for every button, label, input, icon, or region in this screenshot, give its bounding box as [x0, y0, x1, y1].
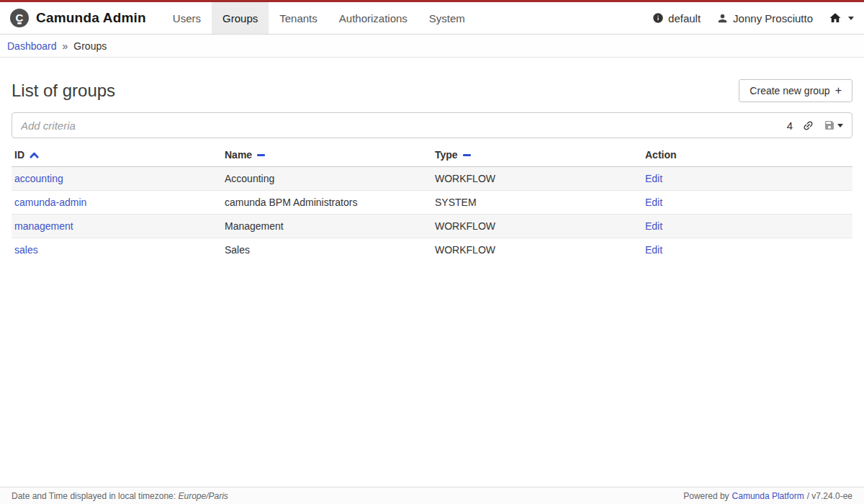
copy-link-button[interactable]: [802, 120, 814, 132]
group-name-cell: Management: [222, 215, 432, 238]
nav-item-authorizations[interactable]: Authorizations: [328, 2, 418, 34]
table-row: accounting Accounting WORKFLOW Edit: [12, 167, 852, 191]
page-header: List of groups Create new group +: [12, 79, 852, 102]
camunda-logo-icon: C: [10, 9, 29, 27]
user-menu[interactable]: Jonny Prosciutto: [716, 12, 813, 24]
main-nav: Users Groups Tenants Authorizations Syst…: [162, 2, 476, 34]
column-label: Action: [645, 149, 677, 161]
search-input[interactable]: [21, 120, 787, 132]
group-name-cell: Accounting: [222, 167, 432, 191]
group-type-cell: WORKFLOW: [432, 215, 642, 238]
group-type-cell: WORKFLOW: [432, 238, 642, 262]
version-info: Powered by Camunda Platform / v7.24.0-ee: [683, 491, 852, 501]
timezone-label: Date and Time displayed in local timezon…: [12, 491, 176, 501]
breadcrumb-dashboard-link[interactable]: Dashboard: [7, 40, 57, 52]
chevron-down-icon: [837, 124, 843, 127]
group-type-cell: WORKFLOW: [432, 167, 642, 191]
chevron-down-icon: [848, 17, 854, 20]
top-navbar: C Camunda Admin Users Groups Tenants Aut…: [0, 2, 864, 35]
column-header-id[interactable]: ID: [12, 144, 222, 167]
result-count: 4: [787, 120, 793, 132]
breadcrumb: Dashboard » Groups: [0, 35, 864, 58]
column-label: Name: [225, 149, 252, 161]
table-row: management Management WORKFLOW Edit: [12, 215, 852, 238]
save-search-button[interactable]: [824, 120, 843, 131]
table-header-row: ID Name Ty: [12, 144, 852, 167]
timezone-info: Date and Time displayed in local timezon…: [12, 491, 228, 501]
camunda-platform-link[interactable]: Camunda Platform: [732, 491, 804, 501]
edit-group-link[interactable]: Edit: [645, 197, 662, 208]
app-title: Camunda Admin: [36, 10, 146, 26]
table-row: sales Sales WORKFLOW Edit: [12, 238, 852, 262]
page-title: List of groups: [12, 81, 115, 101]
column-label: ID: [14, 149, 24, 161]
groups-table: ID Name Ty: [12, 144, 852, 261]
powered-by-label: Powered by: [683, 491, 729, 501]
nav-item-groups[interactable]: Groups: [212, 2, 269, 34]
group-name-cell: Sales: [222, 238, 432, 262]
engine-selector[interactable]: default: [652, 12, 701, 24]
sort-ascending-icon[interactable]: [30, 151, 39, 158]
app-switcher[interactable]: [829, 12, 854, 24]
group-id-link[interactable]: camunda-admin: [14, 197, 86, 208]
column-header-type[interactable]: Type: [432, 144, 642, 167]
group-id-link[interactable]: management: [14, 220, 73, 232]
breadcrumb-current: Groups: [73, 40, 107, 52]
sort-none-icon[interactable]: [463, 154, 471, 156]
save-icon: [824, 120, 835, 131]
link-icon: [802, 120, 814, 132]
group-id-link[interactable]: accounting: [14, 173, 63, 184]
group-type-cell: SYSTEM: [432, 191, 642, 215]
info-icon: [652, 12, 664, 24]
search-criteria-bar: 4: [12, 112, 852, 138]
edit-group-link[interactable]: Edit: [645, 244, 662, 256]
navbar-right: default Jonny Prosciutto: [652, 2, 854, 34]
footer: Date and Time displayed in local timezon…: [0, 487, 864, 504]
group-name-cell: camunda BPM Administrators: [222, 191, 432, 215]
user-name: Jonny Prosciutto: [733, 12, 813, 24]
engine-name: default: [668, 12, 701, 24]
edit-group-link[interactable]: Edit: [645, 173, 662, 184]
create-new-group-button[interactable]: Create new group +: [739, 79, 852, 102]
svg-text:C: C: [16, 12, 24, 24]
breadcrumb-separator: »: [63, 40, 68, 52]
plus-icon: +: [835, 86, 842, 95]
column-header-name[interactable]: Name: [222, 144, 432, 167]
sort-none-icon[interactable]: [257, 154, 265, 156]
table-row: camunda-admin camunda BPM Administrators…: [12, 191, 852, 215]
nav-item-system[interactable]: System: [418, 2, 476, 34]
timezone-value: Europe/Paris: [178, 491, 228, 501]
group-id-link[interactable]: sales: [14, 244, 38, 256]
home-icon: [829, 12, 842, 24]
edit-group-link[interactable]: Edit: [645, 220, 662, 232]
nav-item-tenants[interactable]: Tenants: [269, 2, 328, 34]
brand[interactable]: C Camunda Admin: [10, 2, 153, 34]
nav-item-users[interactable]: Users: [162, 2, 212, 34]
column-header-action: Action: [642, 144, 852, 167]
main-content: List of groups Create new group + 4: [0, 79, 864, 261]
search-bar-tools: 4: [787, 120, 843, 132]
version-label: / v7.24.0-ee: [807, 491, 852, 501]
user-icon: [716, 12, 729, 24]
create-button-label: Create new group: [750, 85, 829, 96]
column-label: Type: [435, 149, 458, 161]
